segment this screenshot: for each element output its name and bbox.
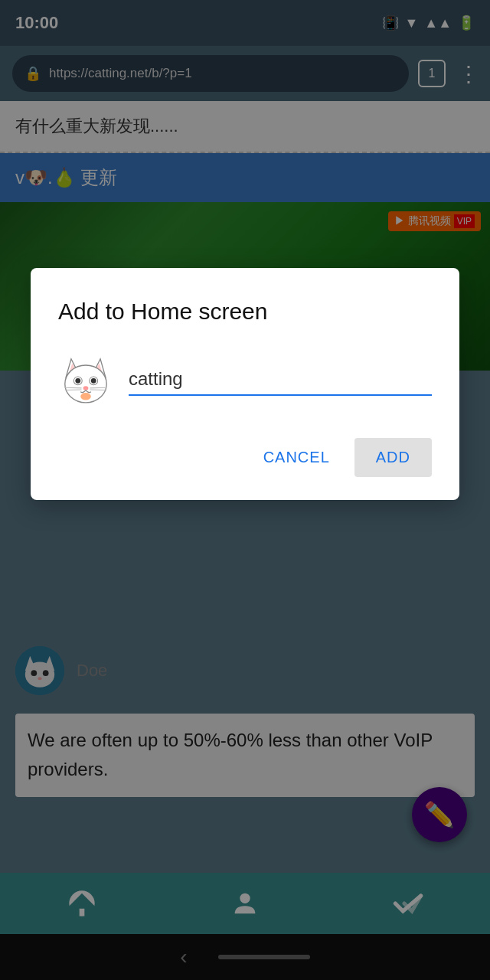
cancel-button[interactable]: CANCEL [245, 438, 348, 477]
app-icon [58, 352, 113, 407]
dialog-input-row [58, 352, 432, 407]
dialog-title: Add to Home screen [58, 299, 432, 325]
add-to-homescreen-dialog: Add to Home screen [31, 268, 459, 500]
dialog-buttons: CANCEL ADD [58, 438, 432, 477]
svg-point-14 [80, 393, 91, 400]
svg-line-11 [65, 390, 82, 390]
svg-point-9 [83, 386, 89, 390]
svg-point-7 [75, 378, 80, 384]
app-name-input[interactable] [129, 364, 432, 396]
svg-point-8 [91, 378, 96, 384]
svg-line-10 [65, 387, 82, 388]
cat-icon-svg [60, 354, 112, 406]
add-button[interactable]: ADD [354, 438, 432, 477]
svg-line-13 [90, 390, 106, 390]
dialog-overlay: Add to Home screen [0, 0, 490, 980]
svg-line-12 [90, 387, 106, 388]
